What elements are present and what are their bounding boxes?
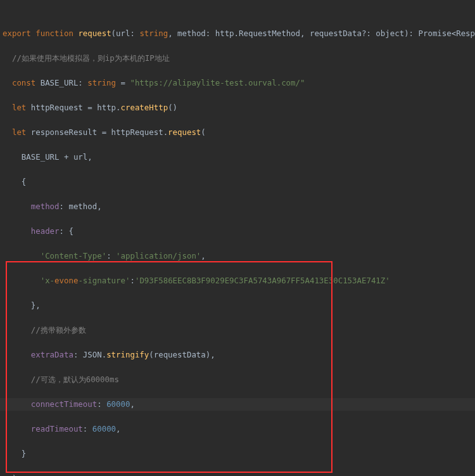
code-line: export function request(url: string, met… <box>0 27 475 40</box>
code-line: //携带额外参数 <box>0 324 475 337</box>
code-line: header: { <box>0 225 475 238</box>
code-line: //可选，默认为60000ms <box>0 373 475 386</box>
code-line: //如果使用本地模拟器，则ip为本机的IP地址 <box>0 52 475 65</box>
code-line-highlighted: connectTimeout: 60000, <box>0 398 475 411</box>
code-line: let responseResult = httpRequest.request… <box>0 126 475 139</box>
code-line: method: method, <box>0 200 475 213</box>
code-line: 'x-evone-signature':'D93F586EEC8B3F9029E… <box>0 274 475 287</box>
code-line: extraData: JSON.stringify(requestData), <box>0 349 475 361</box>
code-line: let httpRequest = http.createHttp() <box>0 101 475 114</box>
code-line: 'Content-Type': 'application/json', <box>0 250 475 262</box>
code-line: ) <box>0 472 475 476</box>
code-line: const BASE_URL: string = "https://alipay… <box>0 77 475 89</box>
code-line: } <box>0 447 475 460</box>
code-line: BASE_URL + url, <box>0 151 475 164</box>
code-line: }, <box>0 299 475 312</box>
code-line: readTimeout: 60000, <box>0 423 475 435</box>
highlight-box <box>6 261 332 473</box>
code-editor[interactable]: export function request(url: string, met… <box>0 0 475 476</box>
code-line: { <box>0 176 475 188</box>
